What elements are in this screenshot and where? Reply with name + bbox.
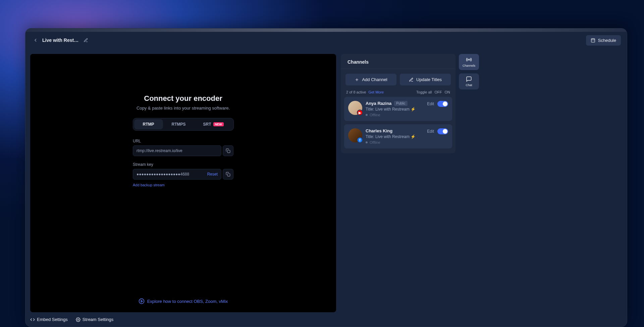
edit-channel-link[interactable]: Edit xyxy=(427,102,434,106)
rail-channels-button[interactable]: Channels xyxy=(459,54,479,70)
channel-controls: Edit xyxy=(427,128,448,134)
preview-column: Connect your encoder Copy & paste links … xyxy=(25,49,341,327)
bottom-links: Embed Settings Stream Settings xyxy=(30,317,336,322)
rail-chat-label: Chat xyxy=(466,83,472,87)
encoder-heading: Connect your encoder xyxy=(144,94,222,103)
copy-icon xyxy=(226,148,230,153)
svg-marker-7 xyxy=(141,300,143,302)
facebook-icon: f xyxy=(357,137,363,143)
channel-name: Charles King xyxy=(366,128,392,133)
embed-label: Embed Settings xyxy=(37,317,68,322)
channels-meta-row: 2 of 8 active Get More Toggle all OFF ON xyxy=(341,85,455,97)
channel-controls: Edit xyxy=(427,101,448,107)
chat-icon xyxy=(466,76,472,82)
channel-toggle[interactable] xyxy=(437,128,448,134)
key-label: Stream key xyxy=(133,162,233,167)
channels-heading: Channels xyxy=(341,54,455,69)
copy-url-button[interactable] xyxy=(223,145,233,156)
url-field[interactable]: rtmp://live.restream.io/live xyxy=(133,145,221,156)
rail-chat-button[interactable]: Chat xyxy=(459,73,479,89)
svg-point-8 xyxy=(77,319,79,320)
add-backup-stream-link[interactable]: Add backup stream xyxy=(133,183,233,187)
channel-status: Offline xyxy=(366,140,424,144)
update-titles-button[interactable]: Update Titles xyxy=(400,74,451,85)
rail-channels-label: Channels xyxy=(463,64,475,67)
visibility-badge: Public xyxy=(394,101,407,106)
schedule-label: Schedule xyxy=(598,38,616,43)
channel-title-line: Title: Live with Restream ⚡ xyxy=(366,134,424,139)
gear-icon xyxy=(76,317,80,322)
schedule-button[interactable]: Schedule xyxy=(586,35,621,46)
stream-title-header: Live with Restre… xyxy=(42,38,79,43)
embed-settings-link[interactable]: Embed Settings xyxy=(30,317,68,322)
plus-icon xyxy=(355,77,359,82)
stream-settings-link[interactable]: Stream Settings xyxy=(76,317,114,322)
protocol-tabs: RTMP RTMPS SRT NEW xyxy=(133,118,234,131)
avatar: ▶ xyxy=(348,101,362,115)
channel-status: Offline xyxy=(366,113,424,117)
explore-label: Explore how to connect OBS, Zoom, vMix xyxy=(147,299,228,304)
tab-rtmps[interactable]: RTMPS xyxy=(163,119,195,129)
channel-card: ▶Anya RazinaPublicTitle: Live with Restr… xyxy=(344,97,452,121)
channel-toggle[interactable] xyxy=(437,101,448,107)
channel-title-line: Title: Live with Restream ⚡ xyxy=(366,107,424,112)
svg-rect-5 xyxy=(227,174,230,176)
header-bar: Live with Restre… Schedule xyxy=(25,32,627,49)
code-icon xyxy=(30,317,35,322)
status-text: Offline xyxy=(370,113,380,117)
youtube-icon: ▶ xyxy=(357,110,363,116)
toggle-all-off[interactable]: OFF xyxy=(435,90,442,94)
tab-rtmp[interactable]: RTMP xyxy=(134,119,163,129)
right-rail: Channels Chat xyxy=(459,54,479,322)
channel-list: ▶Anya RazinaPublicTitle: Live with Restr… xyxy=(341,97,455,153)
stream-key-field[interactable]: ●●●●●●●●●●●●●●●●●●4688 Reset xyxy=(133,169,221,180)
avatar: f xyxy=(348,128,362,142)
toggle-all-label: Toggle all xyxy=(416,90,432,94)
broadcast-icon xyxy=(466,57,472,63)
channel-card: fCharles KingTitle: Live with Restream ⚡… xyxy=(344,124,452,148)
svg-rect-0 xyxy=(591,39,595,42)
toggle-all-on[interactable]: ON xyxy=(445,90,450,94)
back-button[interactable] xyxy=(32,36,40,44)
channel-info: Anya RazinaPublicTitle: Live with Restre… xyxy=(366,101,424,117)
stream-settings-label: Stream Settings xyxy=(83,317,114,322)
add-channel-button[interactable]: Add Channel xyxy=(345,74,396,85)
svg-rect-4 xyxy=(227,150,230,153)
encoder-panel: Connect your encoder Copy & paste links … xyxy=(30,54,336,312)
url-label: URL xyxy=(133,139,233,143)
tab-srt[interactable]: SRT NEW xyxy=(195,119,232,129)
edit-channel-link[interactable]: Edit xyxy=(427,129,434,134)
play-circle-icon xyxy=(139,298,145,304)
pencil-icon xyxy=(409,77,414,82)
channel-name: Anya Razina xyxy=(366,101,391,106)
channel-info: Charles KingTitle: Live with Restream ⚡O… xyxy=(366,128,424,144)
copy-icon xyxy=(226,172,230,177)
reset-key-link[interactable]: Reset xyxy=(207,172,218,177)
active-count: 2 of 8 active xyxy=(346,90,366,94)
copy-key-button[interactable] xyxy=(223,169,233,180)
encoder-subheading: Copy & paste links into your streaming s… xyxy=(137,106,230,111)
app-window: Live with Restre… Schedule Connect your … xyxy=(25,28,627,327)
new-badge: NEW xyxy=(213,122,224,126)
stream-key-value: ●●●●●●●●●●●●●●●●●●4688 xyxy=(137,172,189,177)
edit-title-button[interactable] xyxy=(83,37,89,44)
svg-point-6 xyxy=(139,299,144,304)
svg-point-11 xyxy=(469,59,470,60)
tab-srt-label: SRT xyxy=(203,122,211,127)
channels-panel: Channels Add Channel Update Titles 2 of … xyxy=(341,54,455,153)
status-dot-icon xyxy=(366,141,368,143)
get-more-link[interactable]: Get More xyxy=(368,90,384,94)
status-text: Offline xyxy=(370,140,380,144)
add-channel-label: Add Channel xyxy=(362,77,387,82)
status-dot-icon xyxy=(366,114,368,116)
update-titles-label: Update Titles xyxy=(416,77,442,82)
main-area: Connect your encoder Copy & paste links … xyxy=(25,49,627,327)
explore-help-link[interactable]: Explore how to connect OBS, Zoom, vMix xyxy=(139,298,228,304)
url-value: rtmp://live.restream.io/live xyxy=(137,148,182,153)
calendar-icon xyxy=(591,38,595,43)
